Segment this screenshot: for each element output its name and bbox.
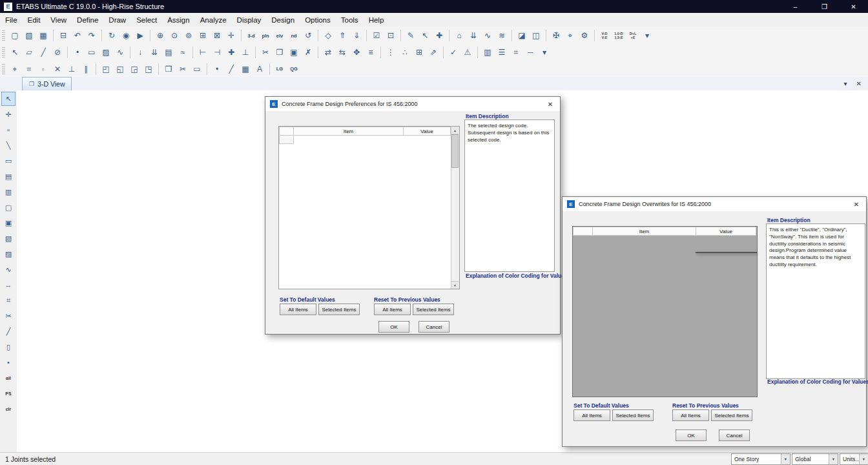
quick-draw-floor-icon[interactable]: ▣: [1, 216, 16, 230]
scroll-up-icon[interactable]: ▲: [451, 127, 459, 134]
view-elevation-icon[interactable]: elv: [273, 29, 286, 42]
local-axes-icon[interactable]: ✚: [225, 46, 238, 59]
reset-selected-items-button[interactable]: Selected Items: [413, 304, 454, 315]
open-model-icon[interactable]: ▧: [23, 29, 36, 42]
view-bottom-icon[interactable]: ◱: [114, 63, 127, 76]
menu-define[interactable]: Define: [72, 13, 103, 27]
quick-draw-wall-icon[interactable]: ▨: [1, 247, 16, 261]
story-settings-icon[interactable]: ☰: [495, 46, 508, 59]
show-deformed-shape-icon[interactable]: ∿: [481, 29, 494, 42]
show-undeformed-icon[interactable]: ⌂: [453, 29, 466, 42]
frame-offsets-icon[interactable]: ⊣: [211, 46, 223, 59]
reshape-tool-icon[interactable]: ✛: [1, 107, 16, 121]
pointer-select-icon[interactable]: ↖: [8, 46, 21, 59]
maximize-icon[interactable]: ❐: [810, 0, 839, 13]
view-left-icon[interactable]: ◲: [128, 63, 141, 76]
snap-to-joints-icon[interactable]: ⌖: [8, 63, 21, 76]
menu-options[interactable]: Options: [300, 13, 336, 27]
cancel-button[interactable]: Cancel: [719, 429, 750, 441]
show-warnings-icon[interactable]: ⚠: [461, 46, 474, 59]
replicate-icon[interactable]: ⇄: [322, 46, 335, 59]
redo-icon[interactable]: ↷: [85, 29, 98, 42]
close-icon[interactable]: ✕: [541, 97, 560, 111]
divide-frames-icon[interactable]: ⋮: [384, 46, 397, 59]
units-selector[interactable]: Units... ▾: [840, 453, 868, 465]
menu-file[interactable]: File: [0, 13, 23, 27]
end-supports-icon[interactable]: ⊥: [239, 46, 252, 59]
show-frames-icon[interactable]: ╱: [225, 63, 238, 76]
draw-grid-icon[interactable]: ⌗: [1, 293, 16, 307]
ok-button[interactable]: OK: [378, 321, 409, 333]
draw-wall-icon[interactable]: ▧: [1, 231, 16, 245]
previous-selection-icon[interactable]: PS: [1, 386, 16, 400]
reset-all-items-button[interactable]: All Items: [672, 409, 709, 421]
save-model-icon[interactable]: ▦: [37, 29, 50, 42]
show-all-icon[interactable]: all: [1, 371, 16, 385]
menu-edit[interactable]: Edit: [23, 13, 46, 27]
close-view-icon[interactable]: ✕: [856, 80, 862, 87]
zoom-rubber-band-icon[interactable]: ⊕: [154, 29, 167, 42]
object-viewer-icon[interactable]: ❐: [162, 63, 175, 76]
move-building-up-icon[interactable]: ⇑: [336, 29, 349, 42]
area-load-icon[interactable]: ▤: [162, 46, 175, 59]
menu-view[interactable]: View: [45, 13, 72, 27]
snap-to-parallel-icon[interactable]: ∥: [79, 63, 92, 76]
assign-joint-icon[interactable]: •: [71, 46, 84, 59]
view-named-icon[interactable]: nd: [287, 29, 300, 42]
snap-to-intersections-icon[interactable]: ✕: [51, 63, 64, 76]
display-case-vd-ve-icon[interactable]: V:DV:E: [598, 29, 611, 42]
assign-link-icon[interactable]: ∿: [114, 46, 127, 59]
assign-frame-icon[interactable]: ▭: [85, 46, 98, 59]
assign-shell-icon[interactable]: ▨: [99, 46, 112, 59]
draw-reference-point-icon[interactable]: •: [1, 355, 16, 369]
menu-assign[interactable]: Assign: [162, 13, 195, 27]
joint-load-icon[interactable]: ↓: [134, 46, 147, 59]
reference-planes-icon[interactable]: ─: [524, 46, 537, 59]
draw-frame-icon[interactable]: ╲: [1, 138, 16, 152]
quick-draw-braces-icon[interactable]: ▤: [1, 169, 16, 183]
print-icon[interactable]: ⊟: [57, 29, 70, 42]
set-default-selected-items-button[interactable]: Selected Items: [612, 409, 654, 421]
draw-mode-icon[interactable]: ✎: [404, 29, 417, 42]
local-grid-icon[interactable]: LG: [273, 63, 286, 76]
rotate-3d-icon[interactable]: ↺: [302, 29, 315, 42]
pointer-tool-icon[interactable]: ↖: [1, 92, 16, 106]
measure-tool-icon[interactable]: ╱: [1, 324, 16, 338]
view-top-icon[interactable]: ◰: [99, 63, 112, 76]
wall-stack-icon[interactable]: ▥: [481, 46, 494, 59]
edit-cut-icon[interactable]: ✂: [259, 46, 272, 59]
lock-model-icon[interactable]: ◉: [119, 29, 132, 42]
reset-all-items-button[interactable]: All Items: [374, 304, 411, 315]
refresh-view-icon[interactable]: ↻: [105, 29, 118, 42]
run-analysis-icon[interactable]: ▶: [134, 29, 147, 42]
close-icon[interactable]: ✕: [847, 197, 866, 211]
extrude-icon[interactable]: ⇗: [427, 46, 440, 59]
story-selector[interactable]: One Story ▾: [731, 453, 790, 465]
set-default-all-items-button[interactable]: All Items: [280, 304, 316, 315]
select-by-line-icon[interactable]: ╱: [37, 46, 50, 59]
zoom-full-view-icon[interactable]: ⊙: [168, 29, 181, 42]
mirror-icon[interactable]: ⇆: [336, 46, 349, 59]
close-icon[interactable]: ✕: [839, 0, 868, 13]
draw-special-joint-icon[interactable]: ▫: [1, 123, 16, 137]
snap-to-midpoints-icon[interactable]: ◦: [37, 63, 50, 76]
table-scrollbar[interactable]: ▲ ▼: [451, 127, 459, 289]
undo-icon[interactable]: ↶: [71, 29, 84, 42]
tab-list-chevron-icon[interactable]: ▾: [844, 80, 847, 87]
edit-copy-icon[interactable]: ❐: [273, 46, 286, 59]
section-cut-view-icon[interactable]: ✂: [176, 63, 189, 76]
view-right-icon[interactable]: ◳: [142, 63, 155, 76]
show-loads-icon[interactable]: ⇊: [467, 29, 480, 42]
show-forces-icon[interactable]: ≋: [495, 29, 508, 42]
draw-dimension-line-icon[interactable]: ↔: [1, 278, 16, 292]
start-concrete-design-icon[interactable]: ◫: [530, 29, 542, 42]
display-case-combo-icon[interactable]: D+L+E: [626, 29, 639, 42]
grid-settings-icon[interactable]: ⌗: [510, 46, 522, 59]
set-default-selected-items-button[interactable]: Selected Items: [318, 304, 360, 315]
cancel-button[interactable]: Cancel: [418, 321, 450, 333]
view-plan-icon[interactable]: pln: [259, 29, 272, 42]
edit-paste-icon[interactable]: ▣: [287, 46, 300, 59]
merge-joints-icon[interactable]: ∴: [398, 46, 411, 59]
move-objects-icon[interactable]: ✥: [350, 46, 363, 59]
menu-design[interactable]: Design: [266, 13, 300, 27]
